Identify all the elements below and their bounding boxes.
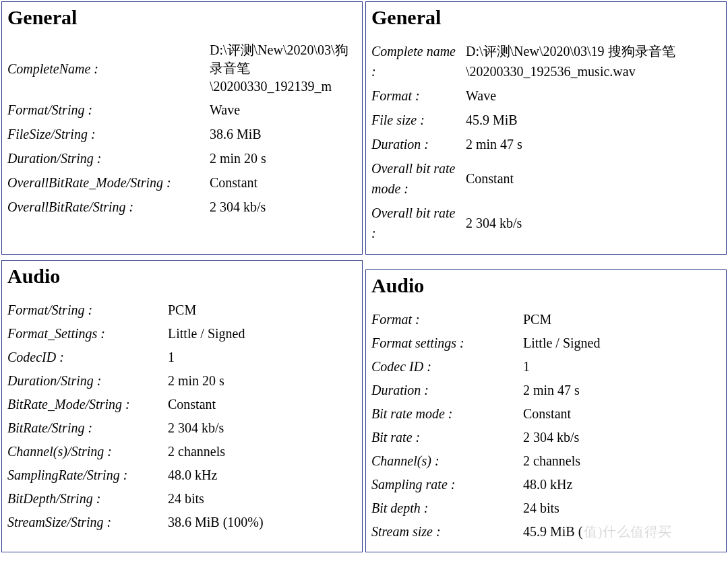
property-value: Constant [466, 168, 721, 189]
property-value: Constant [168, 394, 357, 414]
property-label: Duration/String : [7, 148, 210, 168]
property-label: Duration : [371, 380, 523, 400]
property-row: Complete name : D:\评测\New\2020\03\19 搜狗录… [371, 41, 721, 82]
property-value: PCM [168, 300, 357, 320]
property-label: Format_Settings : [7, 323, 168, 344]
watermark-text: 值)什么值得买 [584, 524, 671, 539]
property-label: SamplingRate/String : [7, 465, 168, 485]
property-row: BitDepth/String : 24 bits [7, 488, 357, 509]
property-value: Constant [523, 404, 721, 424]
property-row: Sampling rate : 48.0 kHz [371, 474, 721, 494]
property-label: Codec ID : [371, 356, 523, 377]
property-row: OverallBitRate/String : 2 304 kb/s [7, 197, 357, 217]
property-label: CodecID : [7, 347, 168, 367]
panel-title: General [371, 6, 721, 29]
property-label: Format : [371, 309, 523, 329]
property-value: 2 channels [168, 441, 357, 461]
property-label: Channel(s) : [371, 451, 523, 471]
property-value: Little / Signed [168, 323, 357, 344]
property-row: BitRate/String : 2 304 kb/s [7, 418, 357, 438]
property-value: 48.0 kHz [168, 465, 357, 485]
property-row: CompleteName : D:\评测\New\2020\03\狗录音笔\20… [7, 41, 357, 96]
property-row: Format/String : Wave [7, 100, 357, 120]
property-label: Format : [371, 86, 466, 106]
property-row: Duration/String : 2 min 20 s [7, 370, 357, 391]
property-row: Format settings : Little / Signed [371, 333, 721, 353]
property-value: 48.0 kHz [523, 474, 721, 494]
property-value: 24 bits [523, 498, 721, 518]
property-row: Format : PCM [371, 309, 721, 329]
property-row: Format_Settings : Little / Signed [7, 323, 357, 344]
property-value: 38.6 MiB [210, 124, 357, 144]
property-label: FileSize/String : [7, 124, 210, 144]
property-row: Format/String : PCM [7, 300, 357, 320]
property-row: File size : 45.9 MiB [371, 110, 721, 130]
general-panel-right: General Complete name : D:\评测\New\2020\0… [365, 1, 727, 255]
property-row: Bit rate mode : Constant [371, 404, 721, 424]
property-value: Wave [210, 100, 357, 120]
property-row: Duration : 2 min 47 s [371, 134, 721, 154]
property-label: BitRate/String : [7, 418, 168, 438]
general-panel-left: General CompleteName : D:\评测\New\2020\03… [1, 1, 363, 255]
property-label: Complete name : [371, 41, 466, 82]
property-value: 2 304 kb/s [210, 197, 357, 217]
property-row: Bit rate : 2 304 kb/s [371, 427, 721, 447]
property-label: StreamSize/String : [7, 512, 168, 532]
property-row: FileSize/String : 38.6 MiB [7, 124, 357, 144]
property-row: Overall bit rate mode : Constant [371, 158, 721, 199]
property-row: BitRate_Mode/String : Constant [7, 394, 357, 414]
property-row: Format : Wave [371, 86, 721, 106]
property-label: Format/String : [7, 300, 168, 320]
panel-title: Audio [7, 265, 357, 288]
property-label: OverallBitRate/String : [7, 197, 210, 217]
property-label: Stream size : [371, 521, 523, 542]
property-label: Overall bit rate : [371, 203, 466, 243]
property-value: 45.9 MiB (值)什么值得买 [523, 521, 721, 542]
property-row: Bit depth : 24 bits [371, 498, 721, 518]
property-value: 1 [168, 347, 357, 367]
property-row: CodecID : 1 [7, 347, 357, 367]
property-value: 2 min 47 s [523, 380, 721, 400]
property-value: 1 [523, 356, 721, 377]
property-label: BitDepth/String : [7, 488, 168, 509]
property-value: 38.6 MiB (100%) [168, 512, 357, 532]
property-value: Little / Signed [523, 333, 721, 353]
stream-size-value: 45.9 MiB ( [523, 524, 582, 539]
property-value: 2 min 20 s [210, 148, 357, 168]
property-label: Duration : [371, 134, 466, 154]
panel-title: Audio [371, 274, 721, 297]
property-value: 2 min 47 s [466, 134, 721, 154]
property-label: Format/String : [7, 100, 210, 120]
panel-title: General [7, 6, 357, 29]
property-label: CompleteName : [7, 59, 210, 79]
property-value: 2 304 kb/s [168, 418, 357, 438]
property-row: Duration/String : 2 min 20 s [7, 148, 357, 168]
property-label: File size : [371, 110, 466, 130]
property-value: Constant [210, 172, 357, 193]
audio-panel-left: Audio Format/String : PCM Format_Setting… [1, 260, 363, 552]
property-value: 24 bits [168, 488, 357, 509]
property-row: Duration : 2 min 47 s [371, 380, 721, 400]
property-label: Duration/String : [7, 370, 168, 391]
property-label: Bit depth : [371, 498, 523, 518]
property-row: Channel(s)/String : 2 channels [7, 441, 357, 461]
property-value: 2 min 20 s [168, 370, 357, 391]
property-value: D:\评测\New\2020\03\狗录音笔\20200330_192139_m [210, 41, 357, 96]
property-value: D:\评测\New\2020\03\19 搜狗录音笔\20200330_1925… [466, 41, 721, 82]
property-value: Wave [466, 86, 721, 106]
property-row: SamplingRate/String : 48.0 kHz [7, 465, 357, 485]
property-row: Channel(s) : 2 channels [371, 451, 721, 471]
property-label: Format settings : [371, 333, 523, 353]
property-row: Codec ID : 1 [371, 356, 721, 377]
property-label: OverallBitRate_Mode/String : [7, 172, 210, 193]
property-label: Sampling rate : [371, 474, 523, 494]
audio-panel-right: Audio Format : PCM Format settings : Lit… [365, 269, 727, 552]
property-row: Overall bit rate : 2 304 kb/s [371, 203, 721, 243]
property-value: PCM [523, 309, 721, 329]
property-label: Overall bit rate mode : [371, 158, 466, 199]
property-value: 2 304 kb/s [523, 427, 721, 447]
property-value: 2 304 kb/s [466, 213, 721, 233]
property-label: BitRate_Mode/String : [7, 394, 168, 414]
property-row: StreamSize/String : 38.6 MiB (100%) [7, 512, 357, 532]
property-label: Bit rate mode : [371, 404, 523, 424]
